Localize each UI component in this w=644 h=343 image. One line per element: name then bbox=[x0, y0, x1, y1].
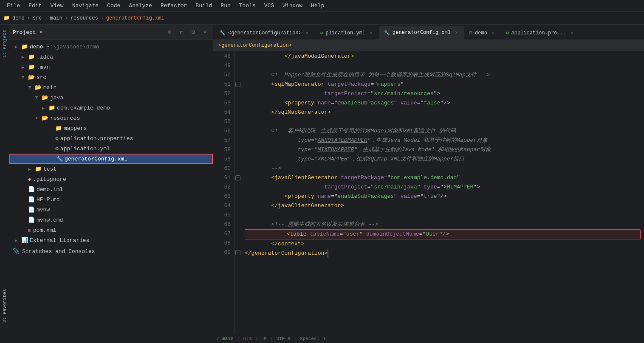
tree-item-mvnw-cmd[interactable]: ▶ 📄 mvnw.cmd bbox=[9, 215, 213, 225]
tab-close-4[interactable]: × bbox=[569, 30, 575, 36]
breadcrumb-main[interactable]: main bbox=[50, 15, 62, 21]
breadcrumb-resources[interactable]: resources bbox=[71, 15, 98, 21]
tree-item-help-md[interactable]: ▶ 📄 HELP.md bbox=[9, 194, 213, 205]
tab-close-0[interactable]: × bbox=[304, 30, 310, 36]
menu-build[interactable]: Build bbox=[192, 1, 215, 10]
editor-tabs: 🔧 <generatorConfiguration> × ⚙ plication… bbox=[213, 25, 644, 40]
code-line-62: targetProject="src/main/java" type="XMLM… bbox=[245, 183, 641, 192]
tree-label-test: test bbox=[43, 166, 56, 172]
editor-breadcrumb-item[interactable]: <generatorConfiguration> bbox=[217, 42, 294, 49]
status-encoding[interactable]: UTF-8 bbox=[276, 336, 290, 341]
breadcrumb-sep-3: › bbox=[65, 15, 68, 21]
tree-item-idea[interactable]: ▶ 📁 .idea bbox=[9, 52, 213, 62]
folder-icon-mvn: 📁 bbox=[28, 64, 35, 70]
tree-item-generator-xml[interactable]: ▶ 🔧 generatorConfig.xml bbox=[9, 154, 213, 164]
project-icon-close[interactable]: × bbox=[201, 28, 209, 37]
status-sep1: | bbox=[237, 336, 240, 341]
line-numbers: 48 49 50 51 52 53 54 55 56 57 58 59 60 6… bbox=[213, 51, 234, 334]
tab-application-yml[interactable]: ⚙ plication.yml × bbox=[316, 26, 378, 39]
code-line-63: <property name="enableSubPackages" value… bbox=[245, 192, 641, 201]
tree-item-external-libs[interactable]: ▶ 📊 External Libraries bbox=[9, 235, 213, 245]
tree-item-main[interactable]: ▼ 📂 main bbox=[9, 82, 213, 93]
menu-navigate[interactable]: Navigate bbox=[69, 1, 102, 10]
code-line-59: type="XMLMAPPER"，生成SQLMap XML文件和独立的Mappe… bbox=[245, 155, 641, 164]
menu-view[interactable]: View bbox=[47, 1, 67, 10]
tree-label-md: HELP.md bbox=[37, 197, 60, 203]
tree-item-demo-iml[interactable]: ▶ 📄 demo.iml bbox=[9, 184, 213, 194]
tree-item-resources[interactable]: ▼ 📂 resources bbox=[9, 113, 213, 123]
tree-item-test[interactable]: ▶ 📁 test bbox=[9, 164, 213, 174]
code-content[interactable]: </javaModelGenerator> <!--Mapper映射文件生成所在… bbox=[241, 51, 644, 334]
tab-close-2[interactable]: × bbox=[453, 30, 459, 36]
gutter-48 bbox=[234, 52, 241, 61]
project-icon-collapse[interactable]: ⇈ bbox=[177, 28, 186, 37]
gutter-67 bbox=[234, 229, 241, 239]
status-line-col[interactable]: 6:1 bbox=[243, 336, 251, 341]
code-line-58: type="MIXEDMAPPER"，生成基于注解的Java Model 和相应… bbox=[245, 145, 641, 155]
tree-item-mvnw[interactable]: ▶ 📄 mvnw bbox=[9, 205, 213, 215]
gutter-61[interactable]: − bbox=[234, 173, 241, 183]
breadcrumb-demo[interactable]: demo bbox=[12, 15, 25, 21]
tab-close-3[interactable]: × bbox=[490, 30, 496, 36]
sidebar-tab-favorites[interactable]: 2: Favorites bbox=[1, 286, 8, 326]
menu-code[interactable]: Code bbox=[104, 1, 124, 10]
tree-item-app-prop[interactable]: ▶ ⚙ application.properties bbox=[9, 133, 213, 143]
gutter-69[interactable]: − bbox=[234, 248, 241, 257]
tree-item-demo[interactable]: ▶ 📁 demo E:\javacode\demo bbox=[9, 42, 213, 52]
tree-item-java[interactable]: ▼ 📂 java bbox=[9, 93, 213, 103]
sidebar-tab-project[interactable]: 1: Project bbox=[1, 26, 8, 61]
scratches-item[interactable]: 📎 Scratches and Consoles bbox=[9, 245, 213, 257]
tree-arrow-resources: ▼ bbox=[33, 115, 40, 121]
tree-arrow-java: ▼ bbox=[33, 95, 40, 100]
tree-item-mappers[interactable]: ▶ 📁 mappers bbox=[9, 123, 213, 133]
folder-icon-src: 📂 bbox=[28, 74, 35, 81]
menu-run[interactable]: Run bbox=[217, 1, 234, 10]
tree-arrow-demo: ▶ bbox=[13, 44, 20, 50]
breadcrumb-sep-4: › bbox=[101, 15, 104, 21]
menu-window[interactable]: Window bbox=[279, 1, 306, 10]
menu-analyze[interactable]: Analyze bbox=[125, 1, 155, 10]
project-icon-target[interactable]: ⊕ bbox=[165, 28, 174, 37]
menu-file[interactable]: File bbox=[3, 1, 23, 10]
tree-item-pom[interactable]: ▶ m pom.xml bbox=[9, 225, 213, 235]
status-spaces[interactable]: Spaces: 4 bbox=[300, 336, 325, 341]
menu-refactor[interactable]: Refactor bbox=[157, 1, 190, 10]
code-line-66: <!-- 需要生成的表名以及实体类命名 --> bbox=[245, 220, 641, 229]
menu-edit[interactable]: Edit bbox=[25, 1, 45, 10]
tree-item-src[interactable]: ▼ 📂 src bbox=[9, 72, 213, 82]
status-lf[interactable]: LF bbox=[261, 336, 267, 341]
code-line-50: <!--Mapper映射文件生成所在的目录 为每一个数据库的表生成对应的SqlM… bbox=[245, 70, 641, 80]
tree-label-com: com.example.demo bbox=[57, 105, 110, 111]
folder-icon-java: 📂 bbox=[42, 94, 48, 101]
gutter-57 bbox=[234, 136, 241, 145]
code-line-60: --> bbox=[245, 164, 641, 173]
menu-bar: File Edit View Navigate Code Analyze Ref… bbox=[0, 0, 644, 12]
menu-vcs[interactable]: VCS bbox=[261, 1, 277, 10]
status-git: ✓ main bbox=[217, 336, 234, 341]
breadcrumb-src[interactable]: src bbox=[33, 15, 42, 21]
tree-label-idea: .idea bbox=[37, 54, 53, 60]
tab-demo-m[interactable]: m demo × bbox=[465, 26, 500, 39]
tab-generator-config-tag[interactable]: 🔧 <generatorConfiguration> × bbox=[215, 26, 315, 39]
tree-arrow-test: ▶ bbox=[26, 166, 33, 172]
tree-item-com[interactable]: ▶ 📁 com.example.demo bbox=[9, 103, 213, 113]
tree-item-mvn[interactable]: ▶ 📁 .mvn bbox=[9, 62, 213, 72]
file-tree[interactable]: ▶ 📁 demo E:\javacode\demo ▶ 📁 .idea ▶ 📁 … bbox=[9, 40, 213, 343]
tab-application-pro[interactable]: ⚙ application.pro... × bbox=[501, 26, 579, 39]
yaml-icon-app-yml: ⚙ bbox=[55, 145, 59, 152]
folder-icon-com: 📁 bbox=[48, 104, 55, 111]
project-icon-settings[interactable]: ⚙ bbox=[189, 28, 198, 37]
menu-tools[interactable]: Tools bbox=[236, 1, 259, 10]
gutter-51[interactable]: − bbox=[234, 80, 241, 89]
pom-icon: m bbox=[28, 227, 31, 233]
tree-item-app-yml[interactable]: ▶ ⚙ application.yml bbox=[9, 143, 213, 154]
tab-label-4: application.pro... bbox=[511, 30, 567, 36]
menu-help[interactable]: Help bbox=[308, 1, 328, 10]
tree-item-gitignore[interactable]: ▶ ◆ .gitignore bbox=[9, 174, 213, 184]
code-line-48: </javaModelGenerator> bbox=[245, 52, 641, 61]
tab-close-1[interactable]: × bbox=[368, 30, 374, 36]
tree-label-iml: demo.iml bbox=[37, 186, 63, 193]
tree-arrow-idea: ▶ bbox=[20, 54, 26, 60]
tab-generator-xml[interactable]: 🔧 generatorConfig.xml × bbox=[379, 26, 464, 39]
breadcrumb-file[interactable]: generatorConfig.xml bbox=[106, 15, 164, 21]
